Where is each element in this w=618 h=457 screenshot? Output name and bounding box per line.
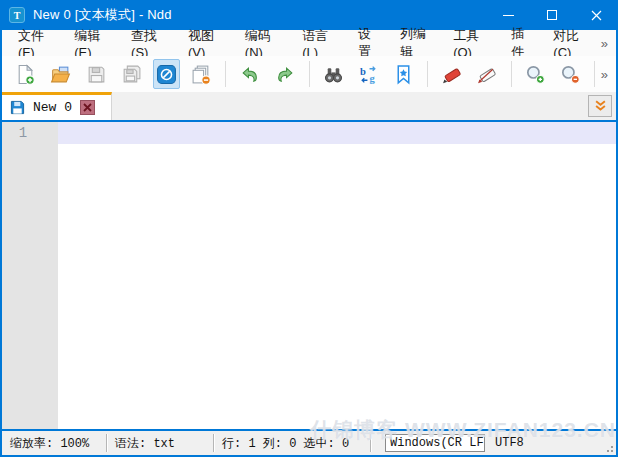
text-edit-surface[interactable] bbox=[58, 122, 616, 429]
toolbar: b g bbox=[2, 56, 616, 92]
line-number: 1 bbox=[2, 122, 58, 144]
window-frame: 文件(F) 编辑(E) 查找(S) 视图(V) 编码(N) 语言(L) 设置 列… bbox=[0, 30, 618, 457]
toolbar-separator bbox=[225, 61, 226, 87]
save-file-icon bbox=[86, 64, 107, 85]
tab-new0[interactable]: New 0 bbox=[2, 92, 112, 120]
status-syntax: 语法: txt bbox=[107, 431, 213, 455]
line-number-gutter: 1 bbox=[2, 122, 58, 429]
eol-format-value: Windows(CR LF bbox=[386, 436, 484, 450]
undo-icon bbox=[239, 64, 260, 85]
zoom-in-button[interactable] bbox=[521, 59, 548, 89]
status-separator bbox=[370, 434, 371, 452]
redo-button[interactable] bbox=[271, 59, 298, 89]
undo-button[interactable] bbox=[236, 59, 263, 89]
clear-highlight-button[interactable] bbox=[473, 59, 500, 89]
toolbar-separator bbox=[309, 61, 310, 87]
save-all-button[interactable] bbox=[118, 59, 145, 89]
editor-area[interactable]: 1 bbox=[2, 120, 616, 431]
svg-text:b: b bbox=[360, 65, 366, 76]
resize-grip[interactable] bbox=[602, 441, 616, 455]
maximize-icon bbox=[547, 10, 557, 20]
statusbar: 缩放率: 100% 语法: txt 行: 1 列: 0 选中: 0 Window… bbox=[2, 431, 616, 455]
zoom-out-icon bbox=[560, 64, 581, 85]
status-encoding: UTF8 bbox=[485, 431, 532, 455]
tab-close-icon bbox=[83, 103, 92, 112]
find-icon bbox=[323, 64, 344, 85]
new-file-icon bbox=[15, 64, 36, 85]
tabbar: New 0 bbox=[2, 92, 616, 120]
open-file-icon bbox=[50, 64, 71, 85]
mark-highlight-icon bbox=[441, 64, 462, 85]
svg-text:g: g bbox=[369, 72, 375, 83]
status-zoom: 缩放率: 100% bbox=[2, 431, 106, 455]
zoom-out-button[interactable] bbox=[557, 59, 584, 89]
menubar: 文件(F) 编辑(E) 查找(S) 视图(V) 编码(N) 语言(L) 设置 列… bbox=[2, 30, 616, 56]
minimize-icon bbox=[503, 15, 514, 16]
replace-icon: b g bbox=[358, 64, 379, 85]
clear-highlight-icon bbox=[476, 64, 497, 85]
new-file-button[interactable] bbox=[12, 59, 39, 89]
save-file-button[interactable] bbox=[82, 59, 109, 89]
bookmark-icon bbox=[393, 64, 414, 85]
zoom-in-icon bbox=[525, 64, 546, 85]
close-file-button[interactable] bbox=[153, 59, 180, 89]
menu-overflow-chevron[interactable]: » bbox=[601, 36, 616, 51]
redo-icon bbox=[275, 64, 296, 85]
toolbar-separator bbox=[594, 61, 595, 87]
status-caret-position: 行: 1 列: 0 选中: 0 bbox=[214, 431, 370, 455]
current-line-highlight bbox=[58, 122, 616, 144]
save-all-icon bbox=[121, 64, 142, 85]
find-button[interactable] bbox=[320, 59, 347, 89]
tab-save-state-icon bbox=[10, 100, 25, 115]
close-file-icon bbox=[156, 64, 177, 85]
bookmark-button[interactable] bbox=[390, 59, 417, 89]
tab-close-button[interactable] bbox=[80, 100, 95, 115]
open-file-button[interactable] bbox=[47, 59, 74, 89]
eol-format-select[interactable]: Windows(CR LF bbox=[385, 434, 485, 452]
close-icon bbox=[591, 10, 602, 21]
toolbar-separator bbox=[511, 61, 512, 87]
replace-button[interactable]: b g bbox=[355, 59, 382, 89]
app-icon: T bbox=[9, 7, 25, 23]
close-all-icon bbox=[191, 64, 212, 85]
tab-list-button[interactable] bbox=[588, 95, 612, 117]
window-title: New 0 [文本模式] - Ndd bbox=[33, 6, 172, 24]
tab-label: New 0 bbox=[33, 100, 72, 115]
mark-highlight-button[interactable] bbox=[438, 59, 465, 89]
double-chevron-down-icon bbox=[593, 99, 608, 113]
close-all-button[interactable] bbox=[188, 59, 215, 89]
toolbar-separator bbox=[427, 61, 428, 87]
toolbar-overflow-chevron[interactable]: » bbox=[601, 67, 616, 82]
app-window: T New 0 [文本模式] - Ndd 文件(F) 编辑(E) 查找(S) 视… bbox=[0, 0, 618, 457]
